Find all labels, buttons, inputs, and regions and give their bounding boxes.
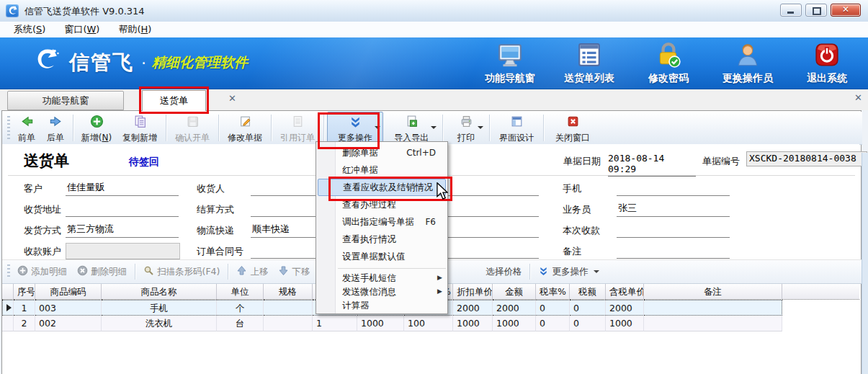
menu-item-11[interactable]: 计算器 xyxy=(316,298,447,312)
table-cell: 台 xyxy=(217,316,264,331)
column-header: 金额 xyxy=(493,284,536,300)
menubar-item-1[interactable]: 系统(S) xyxy=(4,22,55,37)
table-cell: 2 xyxy=(14,316,35,331)
field-label: 物流快递 xyxy=(197,224,234,237)
save-icon xyxy=(186,115,200,131)
number-label: 单据编号 xyxy=(702,155,740,168)
table-cell: 1 xyxy=(14,300,35,316)
banner: 信管飞 · 精细化管理软件 功能导航窗送货单列表修改密码更换操作员退出系统 xyxy=(0,37,868,90)
toolbar-button-label: 修改单据 xyxy=(228,132,262,144)
table-cell: 0 xyxy=(536,300,570,316)
toolbar-button-4[interactable]: 新增(N) xyxy=(76,112,117,144)
menu-item-label: 查看办理过程 xyxy=(342,199,396,210)
menu-item-2[interactable]: 红冲单据 xyxy=(316,161,447,179)
menu-item-1[interactable]: 删除单据Ctrl+D xyxy=(316,144,447,161)
banner-action-monitor[interactable]: 功能导航窗 xyxy=(479,42,541,85)
table-cell: 0 xyxy=(570,316,606,331)
table-cell: 0 xyxy=(570,300,606,316)
menu-item-5[interactable]: 调出指定编号单据F6 xyxy=(316,213,447,231)
toolbar-button-1[interactable]: 前单 xyxy=(12,112,41,144)
copy-icon xyxy=(133,115,147,131)
field-input[interactable]: 佳佳量贩 xyxy=(66,180,179,196)
table-cell: 003 xyxy=(35,300,102,316)
maximize-button[interactable] xyxy=(805,4,827,17)
tab-close-icon[interactable]: ✕ xyxy=(228,93,236,104)
menu-item-label: 删除单据 xyxy=(342,147,378,158)
design-icon xyxy=(510,115,524,131)
field-label: 业务员 xyxy=(563,203,591,216)
menu-item-label: 调出指定编号单据 xyxy=(342,216,414,227)
menu-item-10[interactable]: 发送微信消息▶ xyxy=(316,285,447,298)
banner-action-operator[interactable]: 更换操作员 xyxy=(717,42,779,85)
field-label: 发货方式 xyxy=(24,224,61,237)
field-input xyxy=(66,243,180,259)
field-input[interactable] xyxy=(66,201,179,217)
minimize-button[interactable] xyxy=(780,4,802,17)
field-value: 顺丰快递 xyxy=(252,223,290,236)
menu-item-6[interactable]: 查看执行情况 xyxy=(316,231,447,248)
menubar-item-3[interactable]: 帮助(H) xyxy=(109,22,161,37)
close-icon: ✕ xyxy=(831,4,860,16)
grid-toolbar-button-10[interactable]: 选择价格 xyxy=(480,266,527,278)
column-header: 商品名称 xyxy=(102,284,217,300)
more-chevrons-icon xyxy=(349,115,362,131)
field-input[interactable] xyxy=(617,243,730,259)
field-input[interactable] xyxy=(617,222,730,238)
menu-item-7[interactable]: 设置单据默认值 xyxy=(316,248,447,265)
monitor-icon xyxy=(497,42,523,71)
field-input[interactable]: 第三方物流 xyxy=(66,222,179,238)
toolbar-button-9[interactable]: 修改单据 xyxy=(222,112,268,144)
menu-item-label: 计算器 xyxy=(342,300,370,311)
banner-action-power[interactable]: 退出系统 xyxy=(796,42,858,85)
close-button[interactable]: ✕ xyxy=(831,4,861,17)
tab-2[interactable]: 送货单 xyxy=(142,90,206,111)
submenu-arrow-icon: ▶ xyxy=(437,285,442,298)
toolbar-button-20[interactable]: 关闭窗口 xyxy=(547,112,599,144)
menu-item-4[interactable]: 查看办理过程 xyxy=(316,196,447,213)
toolbar-button-16[interactable]: 打印 xyxy=(446,112,486,144)
add-icon xyxy=(90,115,104,131)
toolbar-button-label: 确认开单 xyxy=(175,132,210,144)
menu-separator xyxy=(338,268,446,269)
number-field: XSCKD-20180814-0038 xyxy=(746,151,867,166)
date-field[interactable]: 2018-08-14 09:29 xyxy=(608,153,696,177)
move-down-icon xyxy=(278,265,289,278)
table-cell: 1000 xyxy=(357,316,404,331)
brand-dot: · xyxy=(141,54,146,72)
tab-1[interactable]: 功能导航窗 xyxy=(7,91,124,110)
toolbar-button-13[interactable]: 更多操作 xyxy=(327,112,383,144)
banner-action-list[interactable]: 送货单列表 xyxy=(558,42,620,85)
grid-toolbar-button-12[interactable]: 更多操作 xyxy=(533,265,604,278)
arrow-left-icon xyxy=(20,115,34,131)
grid-toolbar-button-4: 扫描条形码(F4) xyxy=(138,265,225,278)
grid-toolbar-button-6: 上移 xyxy=(231,265,273,278)
printer-icon xyxy=(460,115,473,131)
toolbar-separator xyxy=(540,112,547,144)
field-label: 收货地址 xyxy=(24,203,61,216)
field-input[interactable]: 张三 xyxy=(617,201,730,217)
table-cell xyxy=(2,300,14,316)
table-cell: 1000 xyxy=(493,316,536,331)
menubar-item-2[interactable]: 窗口(W) xyxy=(55,22,109,37)
brand-logo-icon xyxy=(30,45,62,80)
field-input[interactable] xyxy=(617,180,730,196)
toolbar-button-2[interactable]: 后单 xyxy=(41,112,70,144)
toolbar-button-18[interactable]: 界面设计 xyxy=(493,112,540,144)
table-row[interactable]: 2002洗衣机台1100010010001000001000 xyxy=(2,316,859,331)
menu-item-3[interactable]: 查看应收款及结销情况 xyxy=(318,179,446,196)
dropdown-caret-icon xyxy=(478,126,483,129)
scrollbar-strip[interactable] xyxy=(862,153,868,374)
banner-action-lock-check[interactable]: 修改密码 xyxy=(637,42,699,85)
field-label: 收货人 xyxy=(197,182,225,195)
grid-toolbar-label: 下移 xyxy=(292,266,310,278)
toolbar-separator xyxy=(163,112,169,144)
banner-action-label: 更换操作员 xyxy=(722,72,773,85)
toolbar-button-5[interactable]: 复制新增 xyxy=(117,112,163,144)
toolbar-button-14[interactable]: 导入导出 xyxy=(383,112,439,144)
panel-close-icon[interactable]: ✕ xyxy=(854,92,862,103)
tab-bar: ✕ ✕ 功能导航窗送货单 xyxy=(0,89,868,110)
power-icon xyxy=(814,42,840,71)
menu-item-9[interactable]: 发送手机短信▶ xyxy=(316,271,447,285)
status-badge: 待签回 xyxy=(129,156,159,169)
import-export-icon xyxy=(405,115,419,131)
